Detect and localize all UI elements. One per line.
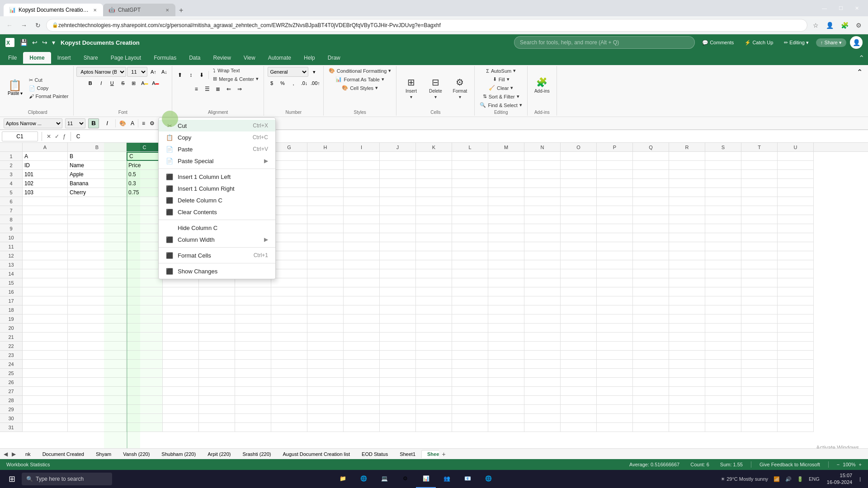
cell-g23[interactable] bbox=[271, 351, 307, 360]
find-dropdown[interactable]: ▾ bbox=[519, 102, 522, 108]
cell-k15[interactable] bbox=[416, 278, 452, 287]
cell-q24[interactable] bbox=[633, 360, 669, 369]
cell-j24[interactable] bbox=[380, 360, 416, 369]
cell-h26[interactable] bbox=[307, 378, 344, 387]
col-header-q[interactable]: Q bbox=[633, 143, 669, 151]
cell-p28[interactable] bbox=[597, 396, 633, 405]
cell-t5[interactable] bbox=[741, 188, 778, 197]
cell-n25[interactable] bbox=[524, 369, 561, 378]
currency-button[interactable]: $ bbox=[267, 78, 277, 88]
cell-m11[interactable] bbox=[488, 242, 524, 251]
cell-m10[interactable] bbox=[488, 233, 524, 242]
cell-e17[interactable] bbox=[199, 296, 235, 305]
cell-k8[interactable] bbox=[416, 215, 452, 224]
cell-t3[interactable] bbox=[741, 170, 778, 179]
cell-n7[interactable] bbox=[524, 206, 561, 215]
font-color-button[interactable]: A▬ bbox=[151, 78, 160, 88]
cell-a25[interactable] bbox=[23, 369, 68, 378]
cell-a15[interactable] bbox=[23, 278, 68, 287]
cell-l28[interactable] bbox=[452, 396, 488, 405]
cell-e26[interactable] bbox=[199, 378, 235, 387]
find-select-button[interactable]: 🔍 Find & Select ▾ bbox=[477, 101, 524, 109]
cell-l25[interactable] bbox=[452, 369, 488, 378]
ctx-insert-left[interactable]: ⬛ Insert 1 Column Left bbox=[159, 171, 275, 183]
cell-l2[interactable] bbox=[452, 161, 488, 170]
cell-f20[interactable] bbox=[235, 324, 271, 333]
cell-h14[interactable] bbox=[307, 269, 344, 278]
cell-t24[interactable] bbox=[741, 360, 778, 369]
cell-k16[interactable] bbox=[416, 287, 452, 296]
col-header-j[interactable]: J bbox=[380, 143, 416, 151]
cell-f29[interactable] bbox=[235, 405, 271, 414]
row-29[interactable]: 29 bbox=[0, 405, 22, 414]
cell-p7[interactable] bbox=[597, 206, 633, 215]
cell-b10[interactable] bbox=[68, 233, 127, 242]
ctx-col-width[interactable]: ⬛ Column Width ▶ bbox=[159, 234, 275, 245]
cell-g12[interactable] bbox=[271, 251, 307, 260]
cell-t15[interactable] bbox=[741, 278, 778, 287]
autosum-dropdown[interactable]: ▾ bbox=[513, 68, 516, 74]
cell-e31[interactable] bbox=[199, 423, 235, 432]
cell-f16[interactable] bbox=[235, 287, 271, 296]
cell-e25[interactable] bbox=[199, 369, 235, 378]
cell-o30[interactable] bbox=[561, 414, 597, 423]
cell-g1[interactable] bbox=[271, 152, 307, 161]
cell-s10[interactable] bbox=[705, 233, 741, 242]
cell-h11[interactable] bbox=[307, 242, 344, 251]
cell-a21[interactable] bbox=[23, 333, 68, 342]
cell-i16[interactable] bbox=[344, 287, 380, 296]
cell-r28[interactable] bbox=[669, 396, 705, 405]
align-middle-button[interactable]: ↕ bbox=[186, 70, 196, 80]
cell-h18[interactable] bbox=[307, 305, 344, 314]
col-header-k[interactable]: K bbox=[416, 143, 452, 151]
cell-j29[interactable] bbox=[380, 405, 416, 414]
cell-j1[interactable] bbox=[380, 152, 416, 161]
cell-d26[interactable] bbox=[163, 378, 199, 387]
cell-n13[interactable] bbox=[524, 260, 561, 269]
ctx-copy[interactable]: 📋 Copy Ctrl+C bbox=[159, 131, 275, 143]
cell-b25[interactable] bbox=[68, 369, 127, 378]
cell-h21[interactable] bbox=[307, 333, 344, 342]
cell-r9[interactable] bbox=[669, 224, 705, 233]
cell-q3[interactable] bbox=[633, 170, 669, 179]
cell-n20[interactable] bbox=[524, 324, 561, 333]
tab-review[interactable]: Review bbox=[207, 52, 237, 64]
cell-s3[interactable] bbox=[705, 170, 741, 179]
cell-c1[interactable]: C bbox=[127, 152, 163, 161]
cell-m5[interactable] bbox=[488, 188, 524, 197]
cell-c4[interactable]: 0.3 bbox=[127, 179, 163, 188]
wrap-text-button[interactable]: ⤵ Wrap Text bbox=[211, 67, 261, 74]
cell-u9[interactable] bbox=[778, 224, 814, 233]
taskbar-excel[interactable]: 📊 bbox=[416, 470, 436, 488]
cell-i20[interactable] bbox=[344, 324, 380, 333]
cell-g21[interactable] bbox=[271, 333, 307, 342]
row-8[interactable]: 8 bbox=[0, 215, 22, 224]
cell-fill-button[interactable]: 🎨 bbox=[118, 119, 127, 127]
cell-s2[interactable] bbox=[705, 161, 741, 170]
cell-s31[interactable] bbox=[705, 423, 741, 432]
cell-p12[interactable] bbox=[597, 251, 633, 260]
cell-s7[interactable] bbox=[705, 206, 741, 215]
cell-t20[interactable] bbox=[741, 324, 778, 333]
cell-o24[interactable] bbox=[561, 360, 597, 369]
cell-s18[interactable] bbox=[705, 305, 741, 314]
cell-r17[interactable] bbox=[669, 296, 705, 305]
ctx-format-cells[interactable]: ⬛ Format Cells Ctrl+1 bbox=[159, 249, 275, 261]
zoom-in-btn[interactable]: + bbox=[859, 462, 862, 467]
sheet-tab-sheet2[interactable]: Sheet2 bbox=[421, 450, 439, 458]
row-14[interactable]: 14 bbox=[0, 269, 22, 278]
cell-b18[interactable] bbox=[68, 305, 127, 314]
row-1[interactable]: 1 bbox=[0, 152, 22, 161]
cell-k29[interactable] bbox=[416, 405, 452, 414]
network-icon[interactable]: 📶 bbox=[772, 475, 782, 483]
ctx-show-changes[interactable]: ⬛ Show Changes bbox=[159, 265, 275, 277]
cell-n16[interactable] bbox=[524, 287, 561, 296]
cell-a27[interactable] bbox=[23, 387, 68, 396]
cell-l23[interactable] bbox=[452, 351, 488, 360]
cell-a23[interactable] bbox=[23, 351, 68, 360]
cell-s11[interactable] bbox=[705, 242, 741, 251]
cell-j9[interactable] bbox=[380, 224, 416, 233]
cell-b27[interactable] bbox=[68, 387, 127, 396]
cell-g17[interactable] bbox=[271, 296, 307, 305]
format-as-table-button[interactable]: 📊 Format As Table ▾ bbox=[333, 75, 386, 83]
